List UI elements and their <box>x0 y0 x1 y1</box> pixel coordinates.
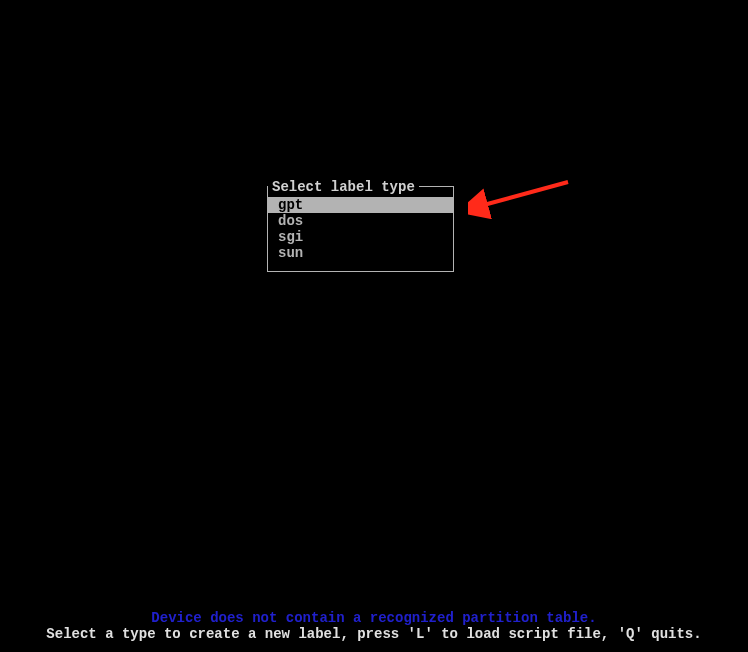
menu-item-dos[interactable]: dos <box>268 213 453 229</box>
status-hint: Select a type to create a new label, pre… <box>0 626 748 642</box>
svg-line-1 <box>480 182 568 206</box>
status-warning: Device does not contain a recognized par… <box>0 610 748 626</box>
menu-item-gpt[interactable]: gpt <box>268 197 453 213</box>
dialog-title: Select label type <box>268 179 419 195</box>
select-label-type-dialog: Select label type gpt dos sgi sun <box>267 186 454 272</box>
menu-item-sun[interactable]: sun <box>268 245 453 261</box>
dialog-title-row: Select label type <box>268 179 453 195</box>
annotation-arrow-icon <box>468 172 578 222</box>
menu-item-sgi[interactable]: sgi <box>268 229 453 245</box>
dialog-menu: gpt dos sgi sun <box>268 187 453 271</box>
